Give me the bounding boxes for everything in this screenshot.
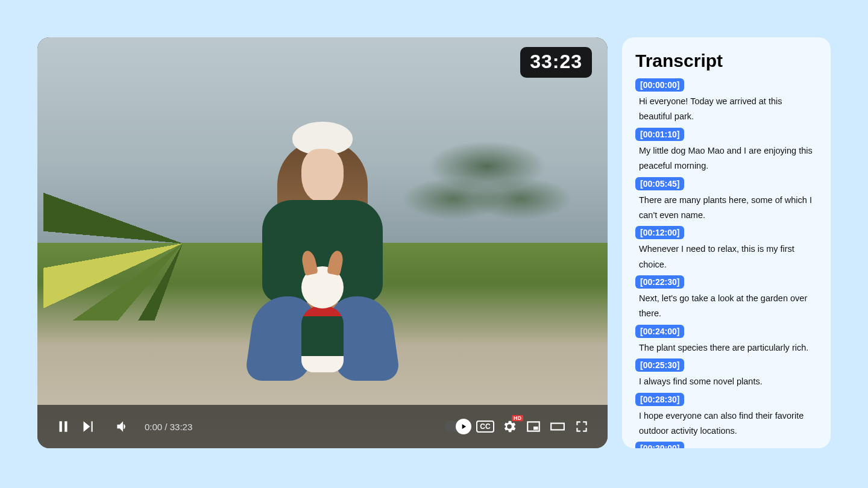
theater-button[interactable]	[550, 419, 565, 434]
time-display: 0:00 / 33:23	[145, 422, 192, 432]
transcript-text: Whenever I need to relax, this is my fir…	[635, 242, 815, 275]
transcript-text: Hi everyone! Today we arrived at this be…	[635, 94, 815, 127]
transcript-timestamp[interactable]: [00:00:00]	[635, 78, 684, 92]
volume-button[interactable]	[115, 419, 130, 434]
transcript-item: [00:05:45]There are many plants here, so…	[635, 177, 815, 226]
decor-plant	[43, 128, 242, 321]
transcript-item: [00:12:00]Whenever I need to relax, this…	[635, 226, 815, 275]
transcript-item: [00:25:30]I always find some novel plant…	[635, 358, 815, 392]
duration-overlay: 33:23	[520, 47, 592, 78]
pause-icon	[55, 419, 71, 434]
transcript-text: Next, let's go take a look at the garden…	[635, 291, 815, 324]
video-frame	[37, 37, 608, 448]
miniplayer-icon	[526, 419, 541, 434]
pause-button[interactable]	[55, 419, 71, 434]
decor-dog	[295, 266, 350, 381]
fullscreen-icon	[574, 419, 590, 434]
video-controls: 0:00 / 33:23 CC HD	[37, 405, 608, 448]
autoplay-toggle[interactable]	[445, 421, 469, 432]
transcript-item: [00:28:30]I hope everyone can also find …	[635, 393, 815, 442]
volume-icon	[115, 419, 130, 434]
transcript-list: [00:00:00]Hi everyone! Today we arrived …	[635, 78, 815, 448]
fullscreen-button[interactable]	[574, 419, 590, 434]
transcript-text: My little dog Mao Mao and I are enjoying…	[635, 143, 815, 177]
hd-badge: HD	[512, 415, 523, 421]
transcript-item: [00:24:00]The plant species there are pa…	[635, 325, 815, 358]
transcript-item: [00:22:30]Next, let's go take a look at …	[635, 275, 815, 324]
transcript-timestamp[interactable]: [00:24:00]	[635, 325, 684, 338]
miniplayer-button[interactable]	[526, 419, 541, 434]
svg-rect-1	[551, 424, 564, 430]
transcript-timestamp[interactable]: [00:05:45]	[635, 177, 684, 190]
settings-button[interactable]: HD	[502, 419, 517, 434]
transcript-text: I always find some novel plants.	[635, 374, 815, 392]
next-button[interactable]	[80, 419, 95, 434]
transcript-timestamp[interactable]: [00:28:30]	[635, 393, 684, 406]
transcript-text: I hope everyone can also find their favo…	[635, 408, 815, 442]
play-mini-icon	[459, 422, 468, 431]
theater-icon	[550, 419, 565, 434]
transcript-text: The plant species there are particularly…	[635, 340, 815, 358]
transcript-item: [00:00:00]Hi everyone! Today we arrived …	[635, 78, 815, 127]
video-player[interactable]: 33:23 0:00 / 33:23 CC HD	[37, 37, 608, 448]
transcript-text: There are many plants here, some of whic…	[635, 193, 815, 226]
transcript-item: [00:01:10]My little dog Mao Mao and I ar…	[635, 128, 815, 177]
transcript-title: Transcript	[635, 51, 815, 71]
transcript-item: [00:30:00]Thank you for watching. See yo…	[635, 442, 815, 448]
transcript-timestamp[interactable]: [00:22:30]	[635, 275, 684, 289]
transcript-timestamp[interactable]: [00:25:30]	[635, 358, 684, 372]
decor-palm	[403, 80, 571, 296]
subtitles-button[interactable]: CC	[477, 419, 493, 434]
transcript-panel: Transcript [00:00:00]Hi everyone! Today …	[622, 37, 831, 448]
transcript-timestamp[interactable]: [00:12:00]	[635, 226, 684, 239]
transcript-timestamp[interactable]: [00:30:00]	[635, 442, 684, 448]
transcript-timestamp[interactable]: [00:01:10]	[635, 128, 684, 141]
svg-rect-0	[533, 427, 538, 430]
next-icon	[80, 419, 95, 434]
cc-icon: CC	[476, 421, 494, 433]
